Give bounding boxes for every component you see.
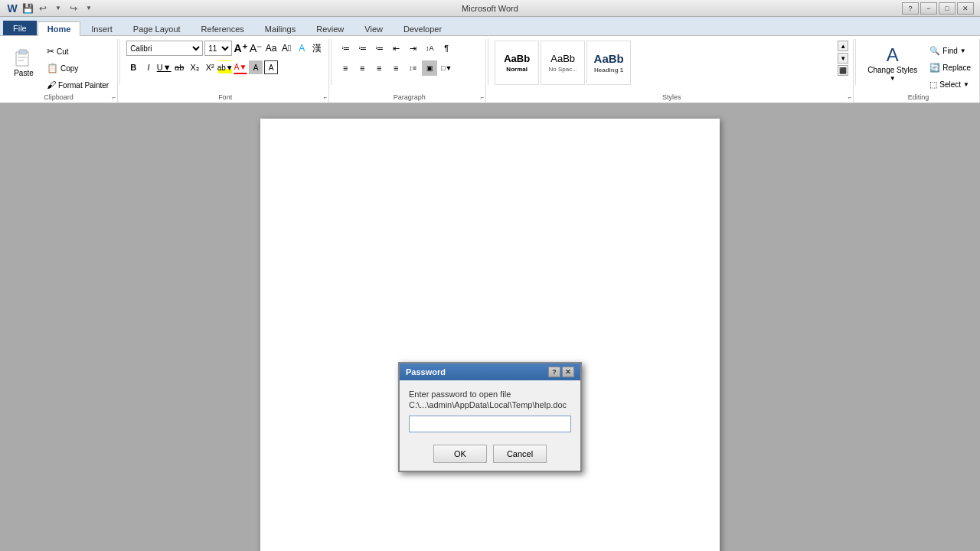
style-heading1[interactable]: AaBbHeading 1 xyxy=(586,41,631,85)
shading-button[interactable]: ▣ xyxy=(422,60,437,76)
paragraph-expand-icon[interactable]: ⌐ xyxy=(480,94,484,101)
dialog-close-button[interactable]: ✕ xyxy=(562,367,574,377)
multilevel-button[interactable]: ≔ xyxy=(371,41,387,56)
copy-button[interactable]: 📋 Copy xyxy=(43,60,113,76)
paragraph-group-content: ≔ ≔ ≔ ⇤ ⇥ ↕A ¶ ≡ ≡ ≡ ≡ ↕≡ ▣ xyxy=(338,41,481,101)
dialog-help-button[interactable]: ? xyxy=(548,367,560,377)
clear-formatting-button[interactable]: A⃝ xyxy=(279,41,293,55)
svg-rect-4 xyxy=(18,60,24,61)
ribbon: File Home Insert Page Layout References … xyxy=(0,17,980,103)
underline-button[interactable]: U▼ xyxy=(157,60,171,74)
dialog-buttons: OK Cancel xyxy=(400,439,580,471)
tab-insert[interactable]: Insert xyxy=(81,21,122,36)
password-input[interactable] xyxy=(409,416,571,432)
maximize-button[interactable]: □ xyxy=(939,2,956,15)
change-case-button[interactable]: Aa xyxy=(264,41,278,55)
select-button[interactable]: ⬚ Select ▼ xyxy=(926,77,975,92)
close-button[interactable]: ✕ xyxy=(957,2,974,15)
sort-button[interactable]: ↕A xyxy=(422,41,437,56)
editing-buttons: 🔍 Find ▼ 🔄 Replace ⬚ Select ▼ xyxy=(926,41,975,92)
font-expand-icon[interactable]: ⌐ xyxy=(323,94,327,101)
format-painter-icon: 🖌 xyxy=(47,80,56,90)
bullets-button[interactable]: ≔ xyxy=(338,41,353,56)
font-name-select[interactable]: Calibri xyxy=(126,41,203,56)
tab-file[interactable]: File xyxy=(3,21,37,35)
styles-scroll-down[interactable]: ▼ xyxy=(838,53,848,64)
dialog-title-bar: Password ? ✕ xyxy=(400,364,580,380)
align-left-button[interactable]: ≡ xyxy=(338,60,353,76)
styles-expand-icon[interactable]: ⌐ xyxy=(848,94,852,101)
italic-button[interactable]: I xyxy=(142,60,155,74)
decrease-font-button[interactable]: A⁻ xyxy=(249,41,263,55)
tab-references[interactable]: References xyxy=(191,21,254,36)
title-bar-controls: ? − □ ✕ xyxy=(902,2,974,15)
styles-gallery: AaBbNormal AaBbNo Spac... AaBbHeading 1 xyxy=(495,41,835,96)
style-normal[interactable]: AaBbNormal xyxy=(495,41,539,85)
format-painter-button[interactable]: 🖌 Format Painter xyxy=(43,77,113,93)
change-styles-editing-group: A Change Styles ▼ 🔍 Find ▼ 🔄 Replace xyxy=(858,39,980,103)
decrease-indent-button[interactable]: ⇤ xyxy=(388,41,403,56)
para-row-1: ≔ ≔ ≔ ⇤ ⇥ ↕A ¶ xyxy=(338,41,454,56)
cut-label: Cut xyxy=(57,47,69,56)
find-button[interactable]: 🔍 Find ▼ xyxy=(926,44,975,58)
subscript-button[interactable]: X₂ xyxy=(188,60,201,74)
clipboard-expand-icon[interactable]: ⌐ xyxy=(112,94,116,101)
minimize-button[interactable]: − xyxy=(920,2,937,15)
separator-3 xyxy=(488,39,488,85)
tab-mailings[interactable]: Mailings xyxy=(255,21,305,36)
line-spacing-button[interactable]: ↕≡ xyxy=(405,60,420,76)
find-label: Find xyxy=(942,47,957,55)
text-effects-button[interactable]: A xyxy=(295,41,309,55)
tab-developer[interactable]: Developer xyxy=(394,21,452,36)
font-color-button[interactable]: A▼ xyxy=(234,60,247,74)
font-size-select[interactable]: 11 xyxy=(204,41,232,56)
font-row-2: B I U▼ ab X₂ X² ab▼ A▼ A A xyxy=(126,60,278,74)
cancel-button[interactable]: Cancel xyxy=(493,445,547,463)
borders-button[interactable]: □▼ xyxy=(439,60,454,76)
increase-font-button[interactable]: A⁺ xyxy=(234,41,247,55)
phonetic-guide-button[interactable]: 漢 xyxy=(310,41,324,55)
show-hide-button[interactable]: ¶ xyxy=(439,41,454,56)
character-shading-button[interactable]: A xyxy=(249,60,263,74)
text-highlight-button[interactable]: ab▼ xyxy=(218,60,232,74)
qat-more-button[interactable]: ▼ xyxy=(83,2,95,15)
dialog-content: Enter password to open file C:\...\admin… xyxy=(400,380,580,439)
undo-qat-button[interactable]: ↩ xyxy=(37,2,49,15)
save-qat-button[interactable]: 💾 xyxy=(21,2,34,15)
ok-button[interactable]: OK xyxy=(433,445,487,463)
tab-view[interactable]: View xyxy=(354,21,393,36)
align-center-button[interactable]: ≡ xyxy=(354,60,370,76)
numbering-button[interactable]: ≔ xyxy=(354,41,370,56)
tab-bar: File Home Insert Page Layout References … xyxy=(0,17,980,35)
justify-button[interactable]: ≡ xyxy=(388,60,403,76)
separator-4 xyxy=(855,39,856,85)
find-dropdown: ▼ xyxy=(960,47,966,54)
dialog-prompt-line1: Enter password to open file xyxy=(409,390,571,399)
help-title-button[interactable]: ? xyxy=(902,2,919,15)
font-group-label: Font xyxy=(122,93,328,101)
tab-page-layout[interactable]: Page Layout xyxy=(123,21,191,36)
undo-down-button[interactable]: ▼ xyxy=(52,2,64,15)
replace-button[interactable]: 🔄 Replace xyxy=(926,60,975,75)
paste-button[interactable]: Paste xyxy=(5,41,43,93)
change-styles-button[interactable]: A Change Styles ▼ xyxy=(862,41,923,83)
style-no-spacing[interactable]: AaBbNo Spac... xyxy=(541,41,585,85)
tab-review[interactable]: Review xyxy=(306,21,354,36)
find-icon: 🔍 xyxy=(929,46,940,56)
cut-button[interactable]: ✂ Cut xyxy=(43,44,113,59)
tab-home[interactable]: Home xyxy=(38,21,81,36)
paste-label: Paste xyxy=(14,69,34,77)
strikethrough-button[interactable]: ab xyxy=(172,60,186,74)
align-right-button[interactable]: ≡ xyxy=(371,60,387,76)
bold-button[interactable]: B xyxy=(126,60,140,74)
increase-indent-button[interactable]: ⇥ xyxy=(405,41,420,56)
font-row-1: Calibri 11 A⁺ A⁻ Aa A⃝ A 漢 xyxy=(126,41,324,56)
styles-scroll-up[interactable]: ▲ xyxy=(838,41,848,51)
svg-rect-3 xyxy=(18,57,27,58)
paragraph-group: ≔ ≔ ≔ ⇤ ⇥ ↕A ¶ ≡ ≡ ≡ ≡ ↕≡ ▣ xyxy=(333,39,486,103)
styles-expand[interactable]: ⬛ xyxy=(838,65,848,76)
copy-label: Copy xyxy=(60,64,78,73)
redo-qat-button[interactable]: ↪ xyxy=(67,2,80,15)
character-border-button[interactable]: A xyxy=(264,60,278,74)
superscript-button[interactable]: X² xyxy=(203,60,217,74)
